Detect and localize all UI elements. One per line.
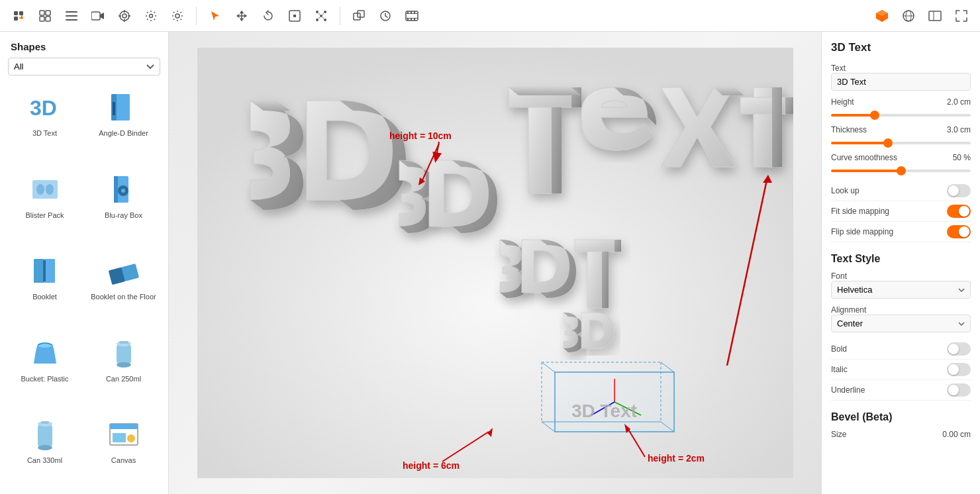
bevel-size-label: Size bbox=[831, 430, 846, 439]
sidebar-title: Shapes bbox=[0, 32, 168, 58]
shape-item-can250[interactable]: Can 250ml bbox=[85, 330, 162, 410]
shape-item-booklet[interactable]: Booklet bbox=[7, 248, 83, 328]
shape-label-can330: Can 330ml bbox=[27, 456, 62, 465]
film-icon[interactable] bbox=[401, 5, 422, 26]
svg-rect-8 bbox=[46, 17, 50, 21]
text-value-input[interactable] bbox=[831, 73, 971, 91]
fitside-label: Fit side mapping bbox=[831, 207, 889, 216]
bold-toggle[interactable] bbox=[947, 342, 971, 356]
shape-filter-select[interactable]: All Basic Text Packaging bbox=[8, 58, 160, 75]
alignment-select[interactable]: Center Left Right bbox=[831, 315, 971, 332]
shape-item-bucket[interactable]: Bucket: Plastic bbox=[7, 330, 83, 410]
shape-item-booklet-floor[interactable]: Booklet on the Floor bbox=[85, 248, 162, 328]
lookup-toggle[interactable] bbox=[947, 184, 971, 197]
svg-rect-11 bbox=[66, 19, 77, 21]
font-prop-row: Font Helvetica Arial Times New Roman Geo… bbox=[831, 272, 971, 299]
svg-point-59 bbox=[121, 189, 125, 193]
flipside-toggle-row: Flip side mapping bbox=[831, 222, 971, 242]
bevel-size-row: Size 0.00 cm bbox=[831, 430, 971, 439]
svg-rect-38 bbox=[407, 11, 409, 13]
rotate-icon[interactable] bbox=[258, 5, 279, 26]
thickness-slider[interactable] bbox=[831, 142, 971, 144]
sun-icon[interactable] bbox=[167, 5, 188, 26]
target-icon[interactable] bbox=[114, 5, 135, 26]
svg-rect-9 bbox=[66, 11, 77, 13]
svg-rect-5 bbox=[40, 11, 44, 15]
shape-label-blister: Blister Pack bbox=[25, 211, 64, 220]
bevel-size-value: 0.00 cm bbox=[942, 430, 971, 439]
left-sidebar: Shapes All Basic Text Packaging 3D 3D Te… bbox=[0, 32, 169, 494]
height-label: Height bbox=[831, 97, 854, 107]
text-prop-row: Text bbox=[831, 64, 971, 91]
svg-rect-76 bbox=[113, 433, 126, 442]
svg-rect-82 bbox=[552, 107, 562, 193]
height-slider[interactable] bbox=[831, 114, 971, 117]
underline-label: Underline bbox=[831, 385, 865, 395]
shape-icon-can330 bbox=[27, 417, 63, 453]
shape-icon-binder bbox=[106, 90, 142, 126]
settings-icon[interactable] bbox=[140, 5, 162, 26]
grid-icon[interactable] bbox=[34, 5, 56, 26]
italic-toggle[interactable] bbox=[947, 363, 971, 376]
thickness-label: Thickness bbox=[831, 125, 867, 134]
sphere-view-icon[interactable] bbox=[898, 5, 919, 26]
underline-toggle[interactable] bbox=[947, 383, 971, 397]
divider1 bbox=[196, 7, 197, 25]
svg-rect-70 bbox=[38, 424, 52, 448]
svg-rect-75 bbox=[110, 424, 138, 429]
shape-item-blister[interactable]: Blister Pack bbox=[7, 167, 83, 246]
lookup-toggle-knob bbox=[948, 185, 959, 196]
nodes-icon[interactable] bbox=[311, 5, 332, 26]
fitside-toggle[interactable] bbox=[947, 205, 971, 218]
svg-point-26 bbox=[316, 19, 318, 21]
svg-rect-86 bbox=[785, 97, 793, 114]
svg-rect-0 bbox=[14, 11, 18, 15]
shape-item-binder[interactable]: Angle-D Binder bbox=[85, 85, 162, 164]
shape-item-can330[interactable]: Can 330ml bbox=[7, 412, 83, 491]
svg-rect-2 bbox=[14, 17, 18, 21]
shape-icon-3dtext: 3D bbox=[27, 90, 63, 126]
svg-rect-52 bbox=[113, 102, 115, 115]
alignment-prop-row: Alignment Center Left Right bbox=[831, 305, 971, 332]
shape-icon-bucket bbox=[27, 336, 63, 371]
main-layout: Shapes All Basic Text Packaging 3D 3D Te… bbox=[0, 32, 980, 494]
svg-text:3D Text: 3D Text bbox=[571, 401, 637, 421]
shape-item-3dtext[interactable]: 3D 3D Text bbox=[7, 85, 83, 164]
shape-item-bluray[interactable]: Blu-ray Box bbox=[85, 167, 162, 246]
menu-icon[interactable] bbox=[61, 5, 82, 26]
curve-label: Curve smoothness bbox=[831, 153, 897, 162]
shapes-grid: 3D 3D Text Angle-D Binder bbox=[0, 82, 168, 494]
svg-rect-53 bbox=[32, 180, 58, 199]
cursor-icon[interactable] bbox=[205, 5, 226, 26]
svg-rect-87 bbox=[575, 240, 614, 252]
svg-rect-36 bbox=[406, 13, 418, 14]
material2-icon[interactable] bbox=[348, 5, 369, 26]
svg-point-68 bbox=[117, 362, 131, 368]
curve-slider[interactable] bbox=[831, 170, 971, 172]
canvas-content: 3D Text height = 10cm bbox=[169, 32, 821, 494]
camera-record-icon[interactable] bbox=[87, 5, 109, 26]
bold-toggle-knob bbox=[948, 344, 959, 354]
flipside-toggle[interactable] bbox=[947, 225, 971, 238]
expand-icon[interactable] bbox=[951, 5, 972, 26]
shape-icon-canvas bbox=[106, 417, 142, 453]
panel-title: 3D Text bbox=[831, 41, 971, 54]
canvas-area[interactable]: 3D Text height = 10cm bbox=[169, 32, 821, 494]
svg-rect-1 bbox=[19, 11, 23, 15]
svg-rect-60 bbox=[34, 259, 44, 283]
svg-rect-39 bbox=[411, 11, 412, 13]
move-icon[interactable] bbox=[231, 5, 252, 26]
add-icon[interactable] bbox=[8, 5, 29, 26]
svg-point-13 bbox=[120, 11, 129, 21]
resize-icon[interactable] bbox=[284, 5, 305, 26]
svg-rect-22 bbox=[293, 15, 296, 17]
svg-rect-33 bbox=[358, 11, 364, 17]
clock-icon[interactable] bbox=[375, 5, 396, 26]
svg-rect-80 bbox=[528, 107, 552, 193]
shape-item-canvas[interactable]: Canvas bbox=[85, 412, 162, 491]
orange-cube-icon[interactable] bbox=[871, 5, 893, 26]
svg-point-77 bbox=[127, 434, 135, 442]
divider2 bbox=[340, 7, 340, 25]
font-select[interactable]: Helvetica Arial Times New Roman Georgia bbox=[831, 281, 971, 299]
layout-icon[interactable] bbox=[924, 5, 946, 26]
